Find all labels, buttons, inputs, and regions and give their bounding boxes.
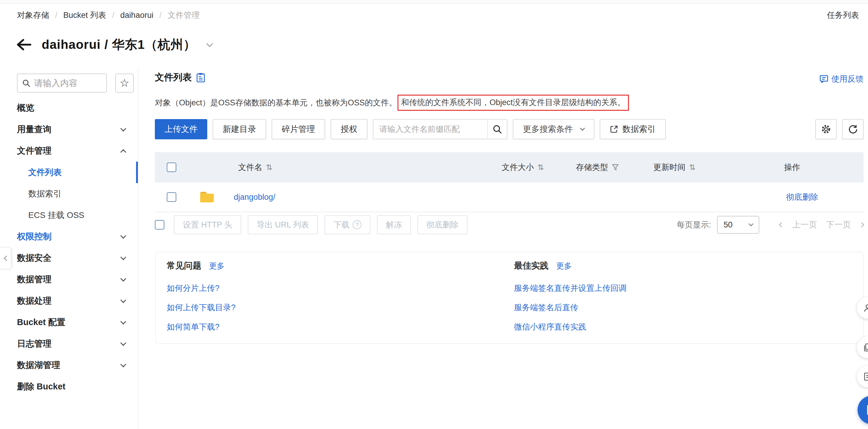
task-list-link[interactable]: 任务列表	[827, 10, 859, 21]
feedback-link[interactable]: 使用反馈	[819, 73, 864, 84]
grid-icon	[866, 404, 868, 416]
chevron-down-icon	[580, 126, 585, 131]
table-row: djangoblog/ 彻底删除	[155, 183, 864, 212]
breadcrumb-bucket-list[interactable]: Bucket 列表	[63, 10, 106, 21]
sidebar-item-delete-bucket[interactable]: 删除 Bucket	[0, 376, 138, 397]
restore-button[interactable]: 解冻	[377, 215, 411, 234]
download-button[interactable]: 下载 ?	[324, 215, 370, 234]
data-index-button[interactable]: 数据索引	[600, 119, 666, 139]
bucket-switcher-chevron-icon[interactable]	[206, 40, 213, 47]
search-submit-button[interactable]	[487, 120, 507, 139]
button-label: 下载	[334, 219, 349, 230]
faq-title: 常见问题	[167, 260, 201, 272]
sidebar-collapse-button[interactable]	[0, 247, 11, 269]
filter-funnel-icon[interactable]	[612, 164, 619, 171]
sidebar-item-label: 数据管理	[17, 274, 52, 285]
prev-page-button[interactable]: 上一页	[792, 219, 817, 231]
selected-indicator	[136, 162, 138, 183]
export-url-list-button[interactable]: 导出 URL 列表	[248, 215, 318, 234]
sidebar-item-data-security[interactable]: 数据安全	[0, 247, 138, 269]
upload-file-button[interactable]: 上传文件	[155, 119, 207, 139]
chevron-left-icon	[4, 255, 9, 261]
faq-link[interactable]: 如何分片上传?	[167, 283, 219, 294]
button-label: 设置 HTTP 头	[183, 219, 232, 230]
clipboard-icon[interactable]	[196, 73, 205, 83]
row-delete-link[interactable]: 彻底删除	[786, 192, 818, 203]
per-page-select[interactable]: 50	[717, 216, 759, 234]
sidebar-item-data-management[interactable]: 数据管理	[0, 269, 138, 290]
fragment-management-button[interactable]: 碎片管理	[272, 119, 325, 139]
authorize-button[interactable]: 授权	[331, 119, 367, 139]
breadcrumb: 对象存储 / Bucket 列表 / daihaorui / 文件管理	[17, 10, 200, 21]
sidebar-item-label: 文件列表	[28, 167, 62, 178]
best-practice-link[interactable]: 微信小程序直传实践	[514, 321, 586, 332]
column-header-updated-time: 更新时间	[653, 162, 685, 173]
next-page-chevron-icon[interactable]	[859, 222, 864, 227]
chevron-down-icon	[749, 221, 754, 226]
faq-more-link[interactable]: 更多	[209, 261, 224, 271]
batch-delete-button[interactable]: 彻底删除	[417, 215, 467, 234]
new-folder-button[interactable]: 新建目录	[213, 119, 266, 139]
sidebar-item-data-lake[interactable]: 数据湖管理	[0, 355, 138, 376]
sidebar-item-data-index[interactable]: 数据索引	[0, 183, 138, 205]
favorite-star-button[interactable]: ☆	[115, 73, 134, 93]
select-all-checkbox[interactable]	[167, 162, 176, 172]
faq-link[interactable]: 如何上传下载目录?	[167, 302, 236, 313]
sidebar-item-label: 删除 Bucket	[17, 381, 65, 393]
breadcrumb-bucket-name[interactable]: daihaorui	[120, 11, 153, 20]
sidebar-item-usage-query[interactable]: 用量查询	[0, 119, 138, 140]
sidebar-item-overview[interactable]: 概览	[0, 97, 138, 119]
sidebar-item-label: Bucket 配置	[17, 316, 65, 328]
best-practice-link[interactable]: 服务端签名直传并设置上传回调	[514, 283, 626, 294]
sidebar-item-file-management[interactable]: 文件管理	[0, 140, 138, 162]
row-checkbox[interactable]	[167, 192, 176, 202]
sidebar-search-input[interactable]	[17, 73, 107, 93]
sort-icon[interactable]: ⇅	[266, 163, 273, 172]
sidebar-menu: 概览 用量查询 文件管理 文件列表 数据索引 ECS 挂载 OSS 权限控制 数…	[0, 97, 138, 397]
sidebar: ☆ 概览 用量查询 文件管理 文件列表 数据索引 ECS 挂载 OSS 权限控制…	[0, 67, 138, 429]
main-content: 文件列表 使用反馈 对象（Object）是OSS存储数据的基本单元，也被称为OS…	[138, 67, 868, 429]
chevron-down-icon	[120, 254, 126, 260]
sidebar-item-label: 数据处理	[17, 295, 52, 307]
sidebar-item-label: 用量查询	[17, 124, 52, 135]
button-label: 彻底删除	[426, 219, 459, 230]
settings-button[interactable]	[815, 119, 837, 139]
sidebar-item-label: 数据索引	[28, 188, 62, 200]
refresh-button[interactable]	[842, 119, 864, 139]
set-http-header-button[interactable]: 设置 HTTP 头	[174, 215, 241, 234]
sidebar-item-label: 数据安全	[17, 252, 52, 264]
star-icon: ☆	[120, 77, 129, 89]
sidebar-search-row: ☆	[17, 73, 134, 93]
per-page-label: 每页显示:	[677, 219, 711, 230]
data-index-label: 数据索引	[622, 124, 656, 135]
per-page-control: 每页显示: 50	[677, 216, 759, 234]
more-search-label: 更多搜索条件	[523, 124, 573, 135]
sidebar-item-data-processing[interactable]: 数据处理	[0, 290, 138, 312]
filename-search-box[interactable]	[373, 119, 507, 139]
sidebar-item-ecs-mount-oss[interactable]: ECS 挂载 OSS	[0, 205, 138, 226]
page-header: daihaorui / 华东1（杭州）	[16, 36, 212, 53]
batch-select-checkbox[interactable]	[155, 220, 164, 229]
chevron-down-icon	[120, 361, 126, 367]
filename-search-input[interactable]	[373, 125, 487, 134]
sort-icon[interactable]: ⇅	[537, 163, 544, 172]
sidebar-search-field[interactable]	[34, 78, 102, 88]
sidebar-item-permission-control[interactable]: 权限控制	[0, 226, 138, 247]
bucket-title[interactable]: daihaorui / 华东1（杭州）	[42, 36, 196, 53]
best-practice-more-link[interactable]: 更多	[556, 261, 572, 271]
more-search-dropdown[interactable]: 更多搜索条件	[513, 119, 594, 139]
faq-link[interactable]: 如何简单下载?	[167, 321, 219, 332]
next-page-button[interactable]: 下一页	[826, 219, 851, 231]
folder-name-link[interactable]: djangoblog/	[234, 193, 275, 202]
best-practice-link[interactable]: 服务端签名后直传	[514, 302, 578, 313]
sort-icon[interactable]: ⇅	[689, 163, 695, 172]
prev-page-chevron-icon[interactable]	[779, 222, 784, 227]
breadcrumb-separator: /	[55, 11, 58, 20]
file-toolbar: 上传文件 新建目录 碎片管理 授权 更多搜索条件 数据索引	[155, 119, 864, 139]
sidebar-item-file-list[interactable]: 文件列表	[0, 162, 138, 183]
back-arrow-icon[interactable]	[16, 38, 32, 51]
chevron-down-icon	[120, 126, 126, 131]
breadcrumb-object-storage[interactable]: 对象存储	[17, 10, 49, 21]
sidebar-item-log-management[interactable]: 日志管理	[0, 333, 138, 355]
sidebar-item-bucket-config[interactable]: Bucket 配置	[0, 312, 138, 333]
